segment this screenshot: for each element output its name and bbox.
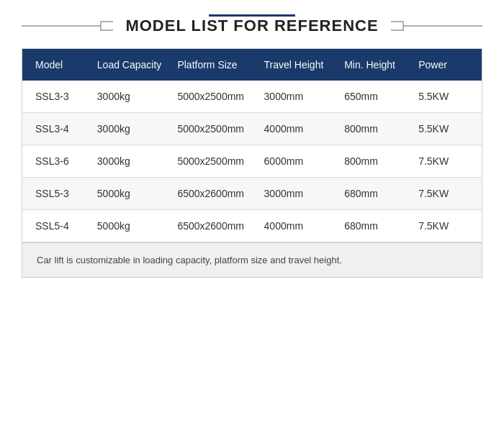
cell-min_height: 800mm bbox=[338, 155, 413, 167]
table-row: SSL3-33000kg5000x2500mm3000mm650mm5.5KW bbox=[22, 81, 482, 113]
cell-model: SSL3-3 bbox=[30, 91, 91, 102]
table-footer: Car lift is customizable in loading capa… bbox=[22, 242, 482, 277]
cell-load_capacity: 3000kg bbox=[91, 155, 172, 167]
cell-model: SSL3-4 bbox=[30, 123, 91, 135]
cell-platform_size: 5000x2500mm bbox=[171, 155, 258, 167]
cell-load_capacity: 5000kg bbox=[91, 188, 172, 199]
cell-travel_height: 3000mm bbox=[258, 91, 339, 102]
col-header-platform-size: Platform Size bbox=[171, 59, 258, 71]
cell-min_height: 680mm bbox=[338, 220, 413, 232]
cell-platform_size: 6500x2600mm bbox=[171, 220, 258, 232]
table-row: SSL3-43000kg5000x2500mm4000mm800mm5.5KW bbox=[22, 113, 482, 145]
cell-platform_size: 5000x2500mm bbox=[171, 91, 258, 102]
cell-load_capacity: 3000kg bbox=[91, 123, 172, 135]
cell-travel_height: 4000mm bbox=[258, 220, 339, 232]
title-row: MODEL LIST FOR REFERENCE bbox=[22, 17, 482, 35]
col-header-power: Power bbox=[413, 59, 474, 71]
cell-power: 7.5KW bbox=[413, 220, 474, 232]
cell-travel_height: 3000mm bbox=[258, 188, 339, 199]
header-section: MODEL LIST FOR REFERENCE bbox=[22, 14, 482, 35]
cell-travel_height: 4000mm bbox=[258, 123, 339, 135]
cell-min_height: 650mm bbox=[338, 91, 413, 102]
table-row: SSL5-35000kg6500x2600mm3000mm680mm7.5KW bbox=[22, 178, 482, 210]
col-header-travel-height: Travel Height bbox=[258, 59, 339, 71]
col-header-model: Model bbox=[30, 59, 91, 71]
table-body: SSL3-33000kg5000x2500mm3000mm650mm5.5KWS… bbox=[22, 81, 482, 242]
cell-power: 5.5KW bbox=[413, 91, 474, 102]
footer-note: Car lift is customizable in loading capa… bbox=[37, 255, 467, 265]
cell-load_capacity: 3000kg bbox=[91, 91, 172, 102]
cell-power: 7.5KW bbox=[413, 155, 474, 167]
right-line-group bbox=[392, 21, 482, 31]
model-table: Model Load Capacity Platform Size Travel… bbox=[22, 48, 482, 278]
left-line-group bbox=[22, 21, 112, 31]
right-horiz-line bbox=[404, 25, 482, 27]
bracket-left bbox=[100, 21, 113, 31]
cell-load_capacity: 5000kg bbox=[91, 220, 172, 232]
left-horiz-line bbox=[22, 25, 100, 27]
cell-platform_size: 5000x2500mm bbox=[171, 123, 258, 135]
page-title: MODEL LIST FOR REFERENCE bbox=[112, 17, 391, 35]
cell-min_height: 800mm bbox=[338, 123, 413, 135]
cell-model: SSL5-4 bbox=[30, 220, 91, 232]
cell-power: 5.5KW bbox=[413, 123, 474, 135]
cell-min_height: 680mm bbox=[338, 188, 413, 199]
col-header-load-capacity: Load Capacity bbox=[91, 59, 172, 71]
table-header-row: Model Load Capacity Platform Size Travel… bbox=[22, 49, 482, 81]
col-header-min-height: Min. Height bbox=[338, 59, 413, 71]
cell-travel_height: 6000mm bbox=[258, 155, 339, 167]
bracket-right bbox=[391, 21, 404, 31]
table-row: SSL5-45000kg6500x2600mm4000mm680mm7.5KW bbox=[22, 210, 482, 242]
cell-platform_size: 6500x2600mm bbox=[171, 188, 258, 199]
cell-model: SSL3-6 bbox=[30, 155, 91, 167]
cell-power: 7.5KW bbox=[413, 188, 474, 199]
table-row: SSL3-63000kg5000x2500mm6000mm800mm7.5KW bbox=[22, 145, 482, 178]
cell-model: SSL5-3 bbox=[30, 188, 91, 199]
